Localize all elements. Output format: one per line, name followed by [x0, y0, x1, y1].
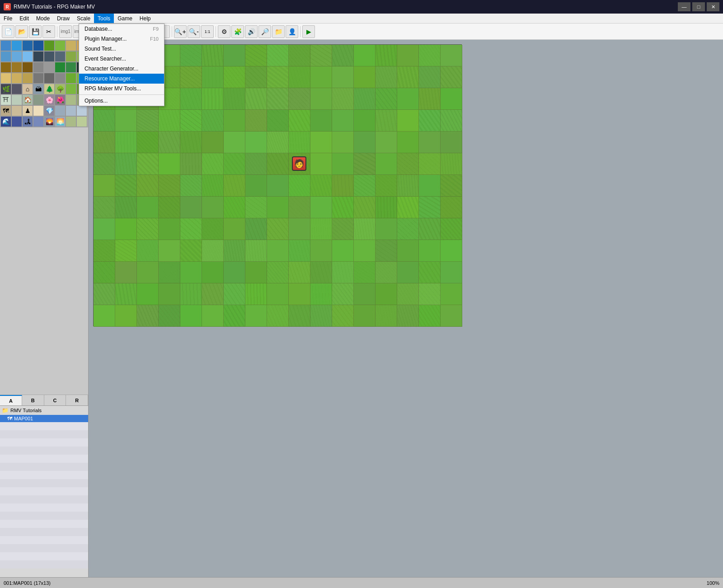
map-cell[interactable]	[245, 218, 267, 240]
map-cell[interactable]	[354, 262, 376, 283]
map-cell[interactable]	[354, 240, 376, 262]
map-cell[interactable]	[376, 110, 397, 132]
map-cell[interactable]	[354, 66, 376, 88]
menu-rpgmaker-tools[interactable]: RPG Maker MV Tools...	[79, 84, 164, 94]
map-cell[interactable]	[376, 262, 397, 283]
map-cell[interactable]	[137, 240, 159, 262]
map-cell[interactable]	[224, 66, 245, 88]
tile-6-2[interactable]: ♟	[22, 105, 33, 116]
map-cell[interactable]	[224, 197, 245, 218]
map-cell[interactable]	[159, 305, 180, 327]
map-cell[interactable]	[224, 88, 245, 110]
map-cell[interactable]	[245, 175, 267, 197]
map-cell[interactable]	[202, 305, 224, 327]
map-cell[interactable]	[137, 305, 159, 327]
map-cell[interactable]	[441, 218, 462, 240]
tile-3-3[interactable]	[33, 73, 44, 84]
map-cell[interactable]	[354, 305, 376, 327]
map-cell[interactable]	[310, 240, 332, 262]
map-cell[interactable]	[354, 132, 376, 153]
map-cell[interactable]	[289, 66, 310, 88]
map-cell[interactable]	[332, 305, 354, 327]
tile-6-1[interactable]	[11, 105, 22, 116]
tile-5-5[interactable]: 🌺	[55, 94, 66, 105]
tile-0-5[interactable]	[55, 40, 66, 51]
map-cell[interactable]	[115, 153, 137, 175]
tile-1-5[interactable]	[55, 51, 66, 62]
map-cell[interactable]	[441, 305, 462, 327]
menu-edit[interactable]: Edit	[16, 14, 33, 23]
map-cell[interactable]	[289, 305, 310, 327]
map-cell[interactable]	[245, 240, 267, 262]
map-cell[interactable]	[310, 175, 332, 197]
map-cell[interactable]	[115, 218, 137, 240]
map-cell[interactable]	[159, 132, 180, 153]
map-cell[interactable]	[441, 66, 462, 88]
tile-0-3[interactable]	[33, 40, 44, 51]
map-cell[interactable]	[245, 88, 267, 110]
map-cell[interactable]	[245, 66, 267, 88]
map-cell[interactable]	[115, 197, 137, 218]
map-cell[interactable]	[441, 197, 462, 218]
map-cell[interactable]	[376, 153, 397, 175]
tile-5-4[interactable]: 🌸	[44, 94, 55, 105]
map-cell[interactable]	[202, 240, 224, 262]
map-cell[interactable]	[289, 218, 310, 240]
map-cell[interactable]	[180, 45, 202, 66]
map-cell[interactable]	[332, 66, 354, 88]
map-cell[interactable]	[245, 153, 267, 175]
map-cell[interactable]	[94, 262, 115, 283]
map-cell[interactable]	[332, 45, 354, 66]
map-cell[interactable]	[419, 175, 441, 197]
map-cell[interactable]	[310, 197, 332, 218]
map-cell[interactable]	[419, 110, 441, 132]
palette-tab-c[interactable]: C	[44, 395, 66, 405]
map-cell[interactable]	[419, 88, 441, 110]
close-button[interactable]: ✕	[707, 2, 719, 11]
map-cell[interactable]	[224, 153, 245, 175]
map-cell[interactable]	[137, 283, 159, 305]
tile-1-4[interactable]	[44, 51, 55, 62]
map-cell[interactable]	[419, 218, 441, 240]
toolbar-new[interactable]: 📄	[2, 25, 14, 38]
map-cell[interactable]	[224, 262, 245, 283]
map-cell[interactable]	[397, 240, 419, 262]
map-cell[interactable]	[332, 283, 354, 305]
tile-4-6[interactable]	[66, 84, 76, 94]
map-cell[interactable]	[202, 88, 224, 110]
map-cell[interactable]	[202, 45, 224, 66]
map-cell[interactable]	[159, 175, 180, 197]
map-cell[interactable]	[397, 45, 419, 66]
tile-7-3[interactable]	[33, 116, 44, 127]
map-cell[interactable]	[397, 110, 419, 132]
map-cell[interactable]	[376, 88, 397, 110]
map-cell[interactable]	[310, 153, 332, 175]
map-cell[interactable]	[376, 240, 397, 262]
map-cell[interactable]	[180, 218, 202, 240]
map-cell[interactable]	[137, 262, 159, 283]
toolbar-char-gen[interactable]: 👤	[286, 25, 298, 38]
menu-file[interactable]: File	[0, 14, 16, 23]
tile-2-5[interactable]	[55, 62, 66, 73]
tile-0-1[interactable]	[11, 40, 22, 51]
map-cell[interactable]	[137, 218, 159, 240]
map-cell[interactable]	[180, 66, 202, 88]
menu-game[interactable]: Game	[114, 14, 136, 23]
map-cell[interactable]	[441, 240, 462, 262]
toolbar-undo[interactable]: img1	[59, 25, 72, 38]
map-cell[interactable]	[332, 88, 354, 110]
tile-2-3[interactable]	[33, 62, 44, 73]
tile-6-4[interactable]: 💎	[44, 105, 55, 116]
menu-database[interactable]: Database... F9	[79, 24, 164, 34]
map-cell[interactable]	[310, 283, 332, 305]
map-cell[interactable]	[115, 132, 137, 153]
tile-3-5[interactable]	[55, 73, 66, 84]
map-cell[interactable]	[224, 240, 245, 262]
map-cell[interactable]	[159, 197, 180, 218]
tile-5-2[interactable]: 🏠	[22, 94, 33, 105]
tile-2-2[interactable]	[22, 62, 33, 73]
map-cell[interactable]	[159, 110, 180, 132]
map-cell[interactable]	[419, 305, 441, 327]
map-cell[interactable]	[289, 262, 310, 283]
map-cell[interactable]	[441, 88, 462, 110]
